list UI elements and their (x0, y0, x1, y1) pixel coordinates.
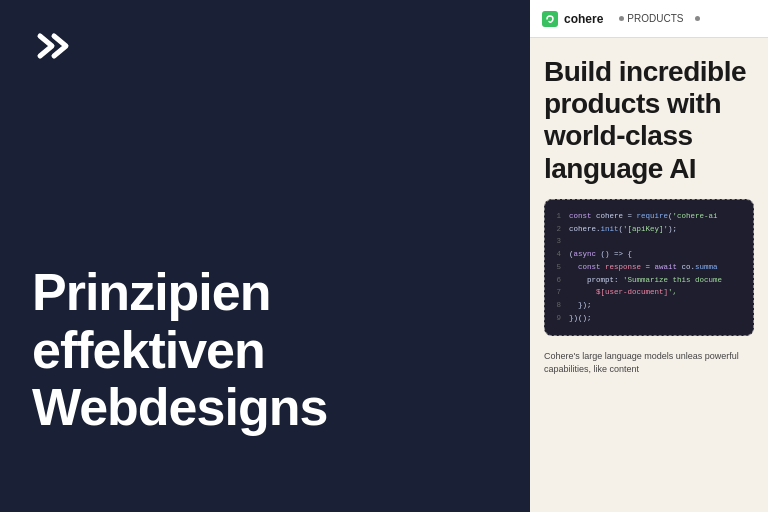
left-panel: Prinzipien effektiven Webdesigns (0, 0, 530, 512)
right-panel: cohere PRODUCTS Build incred­ible produc… (530, 0, 768, 512)
main-title: Prinzipien effektiven Webdesigns (32, 264, 498, 436)
logo (32, 28, 498, 68)
code-line-7: 7 $[user-document]', (553, 286, 745, 299)
code-line-6: 6 prompt: 'Summarize this docume (553, 274, 745, 287)
code-line-9: 9 })(); (553, 312, 745, 325)
nav-label: PRODUCTS (627, 13, 683, 24)
code-line-3: 3 (553, 235, 745, 248)
brand-icon (542, 11, 558, 27)
page-content: Build incred­ible products with world-cl… (530, 38, 768, 512)
nav-item-other[interactable] (695, 16, 700, 21)
code-block: 1 const cohere = require('cohere-ai 2 co… (544, 199, 754, 336)
brand-logo: cohere (542, 11, 603, 27)
code-line-2: 2 cohere.init('[apiKey]'); (553, 223, 745, 236)
footer-text: Cohere's large language models unleas po… (544, 350, 754, 377)
code-line-8: 8 }); (553, 299, 745, 312)
code-line-5: 5 const response = await co.summa (553, 261, 745, 274)
browser-bar: cohere PRODUCTS (530, 0, 768, 38)
code-line-1: 1 const cohere = require('cohere-ai (553, 210, 745, 223)
hero-heading: Build incred­ible products with world-cl… (544, 56, 754, 185)
nav-dot-2 (695, 16, 700, 21)
nav-item-products[interactable]: PRODUCTS (619, 13, 683, 24)
nav-dot (619, 16, 624, 21)
nav-items: PRODUCTS (619, 13, 700, 24)
brand-name: cohere (564, 12, 603, 26)
code-line-4: 4 (async () => { (553, 248, 745, 261)
